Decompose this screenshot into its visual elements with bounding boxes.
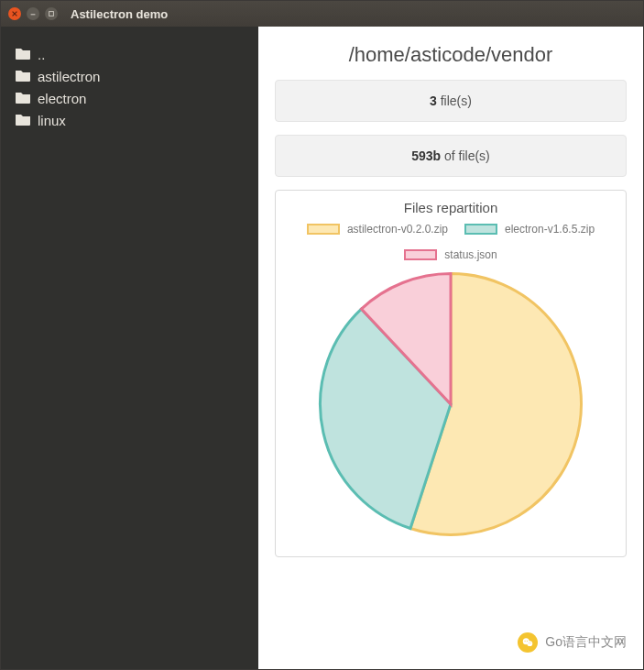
path-title: /home/asticode/vendor [275, 43, 627, 67]
folder-icon [16, 47, 30, 62]
folder-icon [16, 69, 30, 84]
sidebar-item-label: .. [38, 47, 45, 62]
sidebar: .. astilectron electron linux [1, 27, 258, 669]
titlebar: Astilectron demo [1, 1, 643, 27]
svg-point-8 [529, 643, 529, 643]
maximize-icon[interactable] [45, 7, 58, 20]
svg-point-9 [530, 643, 531, 643]
total-size-label: of file(s) [441, 148, 490, 163]
chart-title: Files repartition [283, 200, 618, 215]
svg-point-6 [525, 641, 526, 642]
file-count-label: file(s) [437, 93, 472, 108]
chart-legend: astilectron-v0.2.0.zip electron-v1.6.5.z… [283, 223, 618, 261]
app-window: Astilectron demo .. astilectron electron [0, 0, 644, 670]
window-controls [8, 7, 58, 20]
svg-rect-3 [49, 12, 54, 16]
footer-brand-label: Go语言中文网 [545, 634, 627, 651]
sidebar-item-label: linux [38, 113, 66, 128]
svg-point-5 [528, 641, 533, 646]
sidebar-item-astilectron[interactable]: astilectron [16, 65, 244, 87]
sidebar-item-electron[interactable]: electron [16, 87, 244, 109]
minimize-icon[interactable] [27, 7, 39, 20]
wechat-icon [518, 632, 538, 653]
total-size-card: 593b of file(s) [275, 135, 627, 177]
main-panel: /home/asticode/vendor 3 file(s) 593b of … [258, 27, 643, 669]
sidebar-item-label: astilectron [38, 69, 100, 84]
folder-icon [16, 91, 30, 106]
window-title: Astilectron demo [71, 7, 168, 21]
legend-label: electron-v1.6.5.zip [505, 223, 595, 236]
legend-swatch [307, 224, 340, 235]
sidebar-item-linux[interactable]: linux [16, 109, 244, 131]
pie-chart [283, 267, 618, 542]
chart-panel: Files repartition astilectron-v0.2.0.zip… [275, 190, 627, 557]
legend-item: status.json [404, 248, 497, 261]
legend-item: astilectron-v0.2.0.zip [307, 223, 448, 236]
svg-point-7 [527, 641, 528, 642]
file-count-value: 3 [430, 93, 437, 108]
file-count-card: 3 file(s) [275, 80, 627, 122]
sidebar-item-label: electron [38, 91, 86, 106]
total-size-value: 593b [411, 148, 441, 163]
legend-label: status.json [444, 248, 497, 261]
folder-icon [16, 113, 30, 128]
legend-item: electron-v1.6.5.zip [464, 223, 595, 236]
legend-swatch [464, 224, 497, 235]
footer-brand: Go语言中文网 [518, 632, 627, 653]
body-area: .. astilectron electron linux [1, 27, 643, 669]
sidebar-item-parent[interactable]: .. [16, 43, 244, 65]
close-icon[interactable] [8, 7, 21, 20]
legend-swatch [404, 249, 437, 260]
legend-label: astilectron-v0.2.0.zip [347, 223, 448, 236]
